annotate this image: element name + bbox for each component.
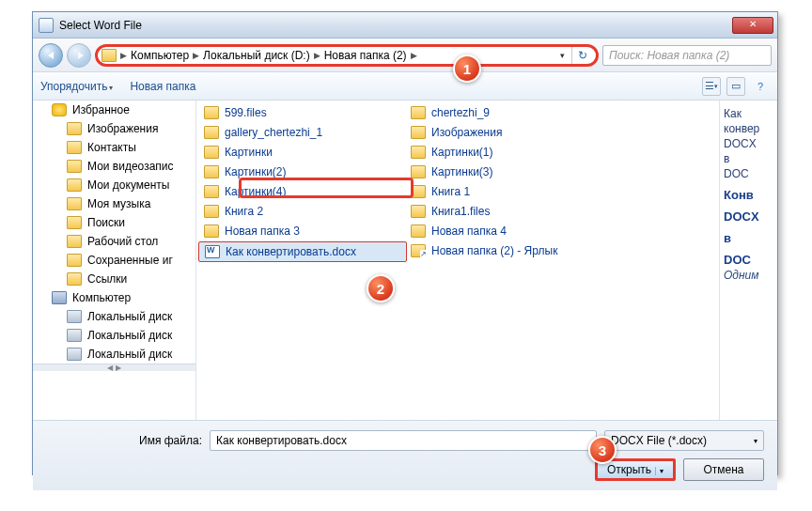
folder-icon bbox=[411, 225, 426, 238]
file-item[interactable]: 599.files bbox=[204, 104, 401, 121]
folder-icon bbox=[204, 106, 219, 119]
file-label: Картинки bbox=[225, 146, 273, 159]
close-button[interactable]: ✕ bbox=[732, 17, 773, 34]
file-item[interactable]: Картинки(4) bbox=[204, 183, 401, 200]
sidebar-item[interactable]: Локальный диск bbox=[33, 307, 195, 326]
bottom-panel: Имя файла: DOCX File (*.docx)▾ Открыть▾ … bbox=[33, 420, 777, 490]
titlebar[interactable]: Select Word File ✕ bbox=[33, 12, 777, 39]
nav-bar: ▶ Компьютер ▶ Локальный диск (D:) ▶ Нова… bbox=[33, 39, 777, 72]
folder-icon bbox=[411, 165, 426, 178]
crumb[interactable]: Локальный диск (D:) bbox=[203, 49, 310, 62]
chevron-right-icon: ▶ bbox=[312, 51, 322, 60]
file-item[interactable]: Как конвертировать.docx bbox=[198, 241, 407, 262]
link-icon bbox=[411, 244, 426, 257]
sidebar-label: Рабочий стол bbox=[87, 235, 158, 248]
drive-icon bbox=[67, 329, 82, 342]
sidebar-item[interactable]: Ссылки bbox=[33, 270, 195, 288]
help-button[interactable]: ? bbox=[751, 77, 770, 96]
sidebar-item[interactable]: Мои видеозапис bbox=[33, 157, 195, 176]
folder-icon bbox=[67, 272, 82, 286]
folder-icon bbox=[67, 216, 82, 229]
folder-icon bbox=[204, 126, 219, 139]
file-item[interactable]: Картинки bbox=[204, 144, 401, 161]
sidebar-label: Локальный диск bbox=[87, 310, 172, 323]
sidebar-item[interactable]: Контакты bbox=[33, 138, 195, 157]
sidebar-item[interactable]: Поиски bbox=[33, 213, 195, 232]
refresh-button[interactable]: ↻ bbox=[571, 46, 592, 65]
folder-icon bbox=[67, 235, 82, 248]
address-dropdown[interactable]: ▾ bbox=[554, 51, 570, 60]
file-item[interactable]: Книга 2 bbox=[204, 203, 401, 220]
preview-pane-button[interactable]: ▭ bbox=[726, 77, 745, 96]
sidebar-item[interactable]: Компьютер bbox=[33, 288, 195, 307]
file-item[interactable]: Новая папка 3 bbox=[204, 223, 401, 240]
file-label: 599.files bbox=[225, 106, 267, 119]
folder-icon bbox=[67, 141, 82, 154]
sidebar[interactable]: ИзбранноеИзображенияКонтактыМои видеозап… bbox=[33, 101, 196, 420]
folder-icon bbox=[411, 126, 426, 139]
window-title: Select Word File bbox=[59, 19, 732, 32]
file-item[interactable]: Книга1.files bbox=[411, 203, 608, 220]
file-label: Новая папка (2) - Ярлык bbox=[431, 244, 557, 257]
file-item[interactable]: Изображения bbox=[411, 124, 608, 141]
back-button[interactable] bbox=[39, 43, 63, 68]
address-bar[interactable]: ▶ Компьютер ▶ Локальный диск (D:) ▶ Нова… bbox=[95, 44, 599, 67]
sidebar-item[interactable]: Мои документы bbox=[33, 176, 195, 194]
sidebar-label: Мои видеозапис bbox=[87, 160, 174, 173]
preview-pane: КакконверDOCXвDOCКонвDOCXвDOCОдним bbox=[719, 101, 777, 420]
sidebar-label: Контакты bbox=[87, 141, 136, 154]
sidebar-item[interactable]: Сохраненные иг bbox=[33, 251, 195, 270]
sidebar-item[interactable]: Рабочий стол bbox=[33, 232, 195, 251]
filename-input[interactable] bbox=[210, 430, 597, 451]
file-item[interactable]: Картинки(1) bbox=[411, 144, 608, 161]
star-icon bbox=[52, 103, 67, 116]
chevron-right-icon: ▶ bbox=[409, 51, 419, 60]
folder-icon bbox=[411, 106, 426, 119]
drive-icon bbox=[67, 310, 82, 323]
search-input[interactable]: Поиск: Новая папка (2) bbox=[602, 45, 772, 66]
folder-icon bbox=[67, 197, 82, 210]
view-mode-button[interactable]: ☰▾ bbox=[702, 77, 721, 96]
new-folder-button[interactable]: Новая папка bbox=[130, 80, 195, 93]
crumb[interactable]: Новая папка (2) bbox=[324, 49, 407, 62]
file-label: Картинки(1) bbox=[431, 146, 493, 159]
filetype-dropdown[interactable]: DOCX File (*.docx)▾ bbox=[604, 430, 764, 451]
file-item[interactable]: Новая папка 4 bbox=[411, 223, 608, 240]
cancel-button[interactable]: Отмена bbox=[683, 458, 764, 481]
sidebar-item[interactable]: Избранное bbox=[33, 101, 195, 119]
sidebar-item[interactable]: Локальный диск bbox=[33, 326, 195, 345]
folder-icon bbox=[102, 49, 117, 62]
sidebar-label: Локальный диск bbox=[87, 329, 172, 342]
folder-icon bbox=[204, 165, 219, 178]
file-label: Новая папка 3 bbox=[225, 225, 300, 238]
organize-menu[interactable]: Упорядочить▾ bbox=[40, 80, 113, 93]
crumb[interactable]: Компьютер bbox=[131, 49, 189, 62]
file-label: Картинки(3) bbox=[431, 165, 493, 178]
sidebar-item[interactable]: Моя музыка bbox=[33, 194, 195, 213]
file-label: Картинки(4) bbox=[225, 185, 287, 198]
file-label: Картинки(2) bbox=[225, 165, 287, 178]
sidebar-item[interactable]: Локальный диск bbox=[33, 345, 195, 364]
folder-icon bbox=[67, 122, 82, 135]
file-item[interactable]: chertezhi_9 bbox=[411, 104, 608, 121]
file-item[interactable]: Картинки(2) bbox=[204, 163, 401, 180]
sidebar-label: Локальный диск bbox=[87, 348, 172, 361]
file-label: chertezhi_9 bbox=[431, 106, 490, 119]
file-item[interactable]: gallery_chertezhi_1 bbox=[204, 124, 401, 141]
file-label: Книга 1 bbox=[431, 185, 470, 198]
app-icon bbox=[39, 18, 54, 33]
sidebar-label: Ссылки bbox=[87, 272, 127, 286]
file-label: Книга 2 bbox=[225, 205, 263, 218]
file-item[interactable]: Картинки(3) bbox=[411, 163, 608, 180]
file-dialog: Select Word File ✕ ▶ Компьютер ▶ Локальн… bbox=[32, 11, 778, 475]
forward-button[interactable] bbox=[67, 43, 91, 68]
folder-icon bbox=[411, 146, 426, 159]
callout-2: 2 bbox=[367, 274, 395, 302]
drive-icon bbox=[67, 348, 82, 361]
file-list[interactable]: 599.filesgallery_chertezhi_1КартинкиКарт… bbox=[196, 101, 719, 420]
file-item[interactable]: Новая папка (2) - Ярлык bbox=[411, 242, 608, 259]
sidebar-label: Поиски bbox=[87, 216, 125, 229]
file-item[interactable]: Книга 1 bbox=[411, 183, 608, 200]
sidebar-label: Избранное bbox=[72, 103, 130, 116]
sidebar-item[interactable]: Изображения bbox=[33, 119, 195, 138]
